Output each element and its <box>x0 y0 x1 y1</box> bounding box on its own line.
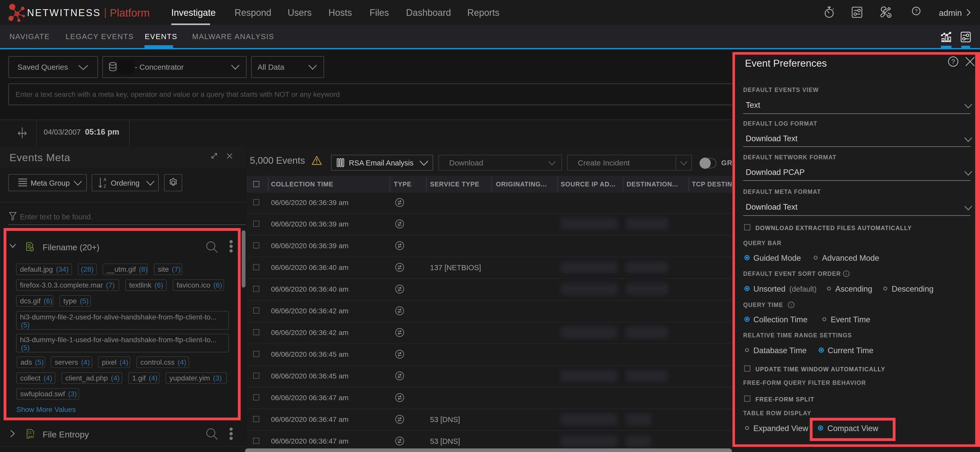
svg-text:Z: Z <box>103 184 106 188</box>
svg-text:?: ? <box>915 8 918 14</box>
svg-text:ENT: ENT <box>29 435 34 438</box>
svg-text:A: A <box>103 177 107 182</box>
